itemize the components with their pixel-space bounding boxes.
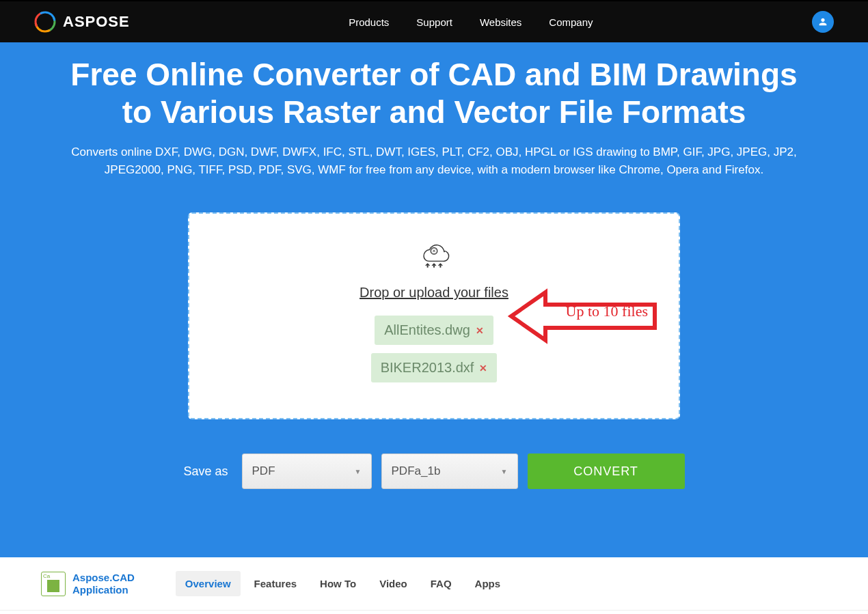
nav-link-products[interactable]: Products	[349, 16, 389, 28]
format-select-primary[interactable]: PDF ▼	[242, 453, 372, 489]
aspose-logo-icon	[34, 11, 56, 33]
hero: Free Online Converter of CAD and BIM Dra…	[0, 42, 868, 557]
app-icon: Ca	[41, 572, 66, 596]
upload-box[interactable]: Drop or upload your files AllEntites.dwg…	[188, 212, 680, 419]
chevron-down-icon: ▼	[355, 468, 362, 475]
nav-link-support[interactable]: Support	[416, 16, 452, 28]
controls-row: Save as PDF ▼ PDFa_1b ▼ CONVERT	[27, 453, 841, 489]
format-primary-value: PDF	[252, 464, 275, 478]
tab-faq[interactable]: FAQ	[421, 571, 461, 596]
tab-howto[interactable]: How To	[310, 571, 366, 596]
tabs: Overview Features How To Video FAQ Apps	[176, 571, 510, 596]
callout-text: Up to 10 files	[566, 303, 648, 320]
file-name: BIKER2013.dxf	[381, 360, 474, 376]
file-chip-0: AllEntites.dwg ✕	[375, 316, 493, 345]
app-name: Aspose.CAD Application	[72, 572, 135, 596]
chevron-down-icon: ▼	[501, 468, 508, 475]
save-as-label: Save as	[183, 464, 228, 479]
file-chip-1: BIKER2013.dxf ✕	[371, 353, 498, 382]
tab-apps[interactable]: Apps	[465, 571, 511, 596]
tabs-section: Ca Aspose.CAD Application Overview Featu…	[0, 557, 868, 611]
file-name: AllEntites.dwg	[384, 322, 470, 338]
nav-link-company[interactable]: Company	[549, 16, 593, 28]
app-badge[interactable]: Ca Aspose.CAD Application	[41, 572, 135, 596]
app-name-line2: Application	[72, 584, 135, 596]
remove-file-icon[interactable]: ✕	[479, 363, 487, 374]
convert-button[interactable]: CONVERT	[528, 453, 685, 489]
tab-video[interactable]: Video	[370, 571, 417, 596]
tab-overview[interactable]: Overview	[176, 571, 241, 596]
app-name-line1: Aspose.CAD	[72, 572, 135, 584]
remove-file-icon[interactable]: ✕	[476, 325, 484, 336]
user-icon	[817, 16, 828, 27]
nav-link-websites[interactable]: Websites	[480, 16, 521, 28]
tab-features[interactable]: Features	[245, 571, 307, 596]
hero-subtitle: Converts online DXF, DWG, DGN, DWF, DWFX…	[58, 143, 810, 178]
format-secondary-value: PDFa_1b	[392, 464, 441, 478]
user-avatar[interactable]	[812, 11, 834, 33]
cloud-upload-icon	[413, 234, 455, 275]
logo-text: ASPOSE	[63, 13, 130, 31]
nav-links: Products Support Websites Company	[349, 16, 593, 28]
navbar: ASPOSE Products Support Websites Company	[0, 1, 868, 42]
app-icon-label: Ca	[43, 573, 50, 579]
format-select-secondary[interactable]: PDFa_1b ▼	[381, 453, 518, 489]
upload-label[interactable]: Drop or upload your files	[360, 285, 508, 301]
upload-icon-wrap	[413, 234, 455, 278]
hero-title: Free Online Converter of CAD and BIM Dra…	[58, 56, 810, 131]
logo[interactable]: ASPOSE	[34, 11, 130, 33]
